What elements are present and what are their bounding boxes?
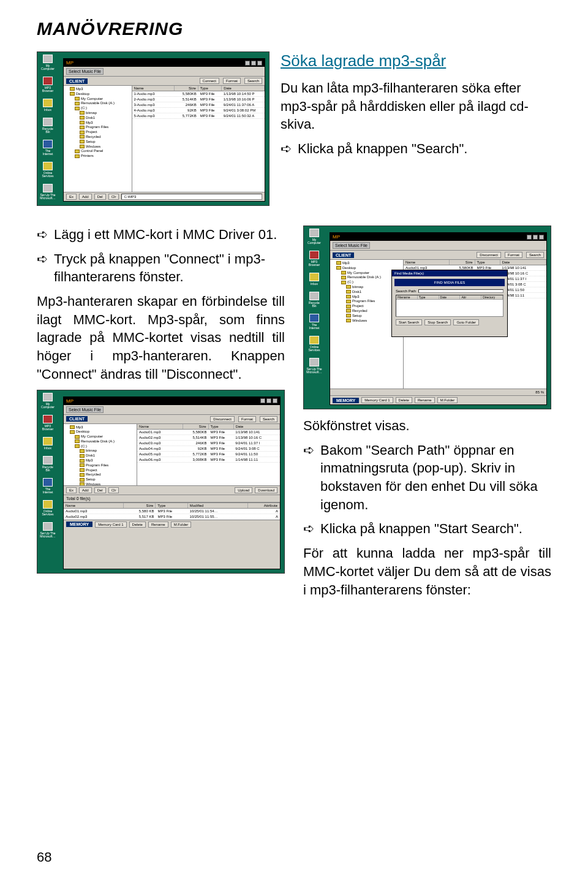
bullet-insert: ➪ Lägg i ett MMC-kort i MMC Driver 01. (37, 226, 285, 244)
memory-list[interactable]: NameSizeTypeModifiedAttribute Audio01.mp… (64, 503, 280, 520)
mfolder-button[interactable]: M.Folder (171, 522, 192, 528)
screenshot-find-dialog: My Computer MP3 Browser Inbox Recycle Bi… (303, 226, 551, 409)
file-list[interactable]: Name Size Type Date 1-Audio.mp35,580KBMP… (132, 86, 265, 192)
table-row[interactable]: 1-Audio.mp35,580KBMP3 File1/13/98 10:14:… (132, 91, 265, 97)
memory-card-select[interactable]: Memory Card 1 (95, 522, 126, 528)
client-badge: CLIENT (66, 78, 88, 84)
para-searchwin: Sökfönstret visas. (303, 417, 551, 435)
dialog-banner: FIND MIDIA FILES (394, 279, 505, 286)
download-button[interactable]: Download (255, 487, 277, 493)
delete-button[interactable]: Delete (396, 397, 412, 403)
format-button[interactable]: Format (223, 78, 241, 84)
select-music-label: Select Music File (66, 68, 104, 75)
arrow-icon: ➪ (303, 441, 320, 514)
window-titlebar: MP (64, 59, 265, 67)
table-row[interactable]: 3-Audio.mp3246KBMP3 File9/24/01 11:37:06… (132, 102, 265, 108)
desktop-icons: My Computer MP3 Browser Inbox Recycle Bi… (40, 55, 56, 200)
screenshot-disconnect: My Computer MP3 Browser Inbox Recycle Bi… (37, 390, 285, 574)
file-list[interactable]: NameSizeTypeDate Audio01.mp35,580KBMP3 F… (137, 424, 280, 485)
arrow-icon: ➪ (37, 226, 54, 244)
table-row[interactable]: 5-Audio.mp35,772KBMP3 File9/24/01 11:50:… (132, 113, 265, 119)
connect-button[interactable]: Connect (200, 78, 219, 84)
clr-button[interactable]: Clr (108, 194, 119, 200)
search-results-list[interactable]: FilenameTypeDateAttrDirectory (396, 295, 503, 317)
disconnect-button[interactable]: Disconnect (210, 416, 235, 422)
folder-tree[interactable]: Mp3 Desktop My Computer Removable Disk (… (64, 424, 137, 485)
format-button[interactable]: Format (238, 416, 256, 422)
bullet-start: ➪ Klicka på knappen "Start Search". (303, 520, 551, 538)
upload-button[interactable]: Upload (235, 487, 252, 493)
add-button[interactable]: Add (79, 487, 92, 493)
mfolder-button[interactable]: M.Folder (437, 397, 458, 403)
delete-button[interactable]: Delete (129, 522, 146, 528)
search-path-input[interactable] (418, 289, 503, 293)
arrow-icon: ➪ (303, 520, 320, 538)
icon-internet: The Internet (40, 140, 56, 156)
add-button[interactable]: Add (79, 194, 92, 200)
rename-button[interactable]: Rename (148, 522, 168, 528)
screenshot-search: My Computer MP3 Browser Inbox Recycle Bi… (37, 51, 270, 206)
titlebar-logo: MP (66, 60, 74, 66)
disconnect-button[interactable]: Disconnect (477, 252, 501, 258)
search-button[interactable]: Search (526, 252, 544, 258)
para-load: För att kunna ladda ner mp3-spår till MM… (303, 544, 551, 599)
bullet-connect: ➪ Tryck på knappen "Connect" i mp3-filha… (37, 250, 285, 286)
memory-status: 85 % (535, 390, 544, 394)
ex-button[interactable]: Ex (66, 194, 77, 200)
memory-badge: MEMORY (333, 398, 359, 403)
folder-tree[interactable]: Mp3 Desktop My Computer Removable Disk (… (64, 86, 132, 192)
table-row[interactable]: 2-Audio.mp35,514KBMP3 File1/13/98 10:16:… (132, 97, 265, 102)
total-files-label: Total 0 file(s) (66, 496, 91, 501)
icon-setup: Set Up The Microsoft… (40, 184, 56, 200)
list-header: Name Size Type Date (132, 86, 265, 91)
format-button[interactable]: Format (505, 252, 522, 258)
bullet-search: ➪ Klicka på knappen "Search". (281, 140, 551, 158)
del-button[interactable]: Del (94, 194, 106, 200)
dialog-title: Find Media File(s) (392, 270, 507, 276)
del-button[interactable]: Del (94, 487, 106, 493)
icon-inbox: Inbox (40, 99, 56, 112)
client-badge: CLIENT (66, 416, 88, 422)
icon-online: Online Services (40, 162, 56, 178)
page-heading: MANÖVRERING (37, 18, 551, 39)
path-box[interactable]: C:\MP3 (121, 194, 262, 200)
icon-recycle: Recycle Bin (40, 118, 56, 134)
icon-mp3-browser: MP3 Browser (40, 77, 56, 93)
clr-button[interactable]: Clr (108, 487, 119, 493)
toolbar-top: Select Music File (64, 67, 265, 77)
start-search-button[interactable]: Start Search (396, 319, 422, 325)
arrow-icon: ➪ (281, 140, 298, 158)
rename-button[interactable]: Rename (415, 397, 435, 403)
section-title: Söka lagrade mp3-spår (281, 51, 551, 70)
mp3-manager-window: MP Select Music File CLIENT Connect Form… (63, 58, 265, 202)
table-row[interactable]: 4-Audio.mp392KBMP3 File9/24/01 3:08:02 P… (132, 108, 265, 113)
ex-button[interactable]: Ex (66, 487, 77, 493)
memory-card-select[interactable]: Memory Card 1 (361, 397, 393, 403)
intro-text: Du kan låta mp3-filhanteraren söka efter… (281, 79, 551, 134)
search-button[interactable]: Search (244, 78, 262, 84)
page-number: 68 (37, 849, 51, 865)
goto-folder-button[interactable]: Goto Folder (453, 319, 479, 325)
bottom-bar: Ex Add Del Clr C:\MP3 (64, 192, 265, 201)
search-path-label: Search Path (396, 289, 416, 293)
stop-search-button[interactable]: Stop Search (424, 319, 451, 325)
memory-badge: MEMORY (66, 522, 92, 527)
search-button[interactable]: Search (260, 416, 277, 422)
arrow-icon: ➪ (37, 250, 54, 286)
para-connect: Mp3-hanteraren skapar en förbindelse til… (37, 292, 285, 383)
find-media-dialog: Find Media File(s) FIND MIDIA FILES Sear… (391, 270, 508, 337)
icon-my-computer: My Computer (40, 55, 56, 70)
toolbar-client: CLIENT Connect Format Search (64, 77, 265, 86)
bullet-path: ➪ Bakom "Search Path" öppnar en inmatnin… (303, 441, 551, 514)
window-controls[interactable] (245, 61, 262, 66)
